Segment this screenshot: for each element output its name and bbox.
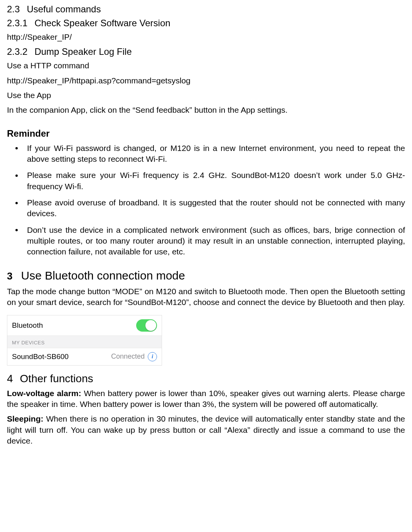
bluetooth-settings-screenshot: Bluetooth MY DEVICES SoundBot-SB600 Conn… (7, 315, 162, 366)
reminder-list: If your Wi-Fi password is changed, or M1… (7, 143, 405, 258)
body-text: In the companion App, click on the “Send… (7, 105, 405, 115)
heading-2-3: 2.3Useful commands (7, 4, 405, 15)
bluetooth-toggle[interactable] (136, 319, 157, 332)
sleeping-body: When there is no operation in 30 minutes… (7, 414, 405, 445)
info-icon[interactable]: i (148, 352, 157, 361)
sleeping-paragraph: Sleeping: When there is no operation in … (7, 413, 405, 446)
url-text: http://Speaker_IP/ (7, 32, 405, 42)
bluetooth-toggle-row: Bluetooth (7, 315, 162, 336)
bluetooth-label: Bluetooth (12, 321, 136, 330)
list-item: Please make sure your Wi-Fi frequency is… (15, 170, 405, 192)
list-item: Please avoid overuse of broadband. It is… (15, 197, 405, 219)
bluetooth-device-row[interactable]: SoundBot-SB600 Connected i (7, 348, 162, 365)
heading-text: Dump Speaker Log File (34, 46, 132, 57)
heading-text: Use Bluetooth connection mode (21, 269, 185, 282)
sleeping-label: Sleeping: (7, 414, 46, 423)
heading-number: 2.3 (7, 4, 20, 14)
heading-4: 4Other functions (7, 373, 405, 385)
heading-3: 3 Use Bluetooth connection mode (7, 269, 405, 282)
my-devices-section-label: MY DEVICES (7, 336, 162, 348)
reminder-heading: Reminder (7, 128, 405, 139)
body-text: Use the App (7, 90, 405, 101)
device-name: SoundBot-SB600 (12, 352, 111, 361)
heading-number: 3 (7, 270, 12, 282)
body-text: Use a HTTP command (7, 60, 405, 71)
device-status: Connected (111, 352, 145, 361)
list-item: If your Wi-Fi password is changed, or M1… (15, 143, 405, 165)
toggle-knob (145, 320, 156, 331)
heading-text: Useful commands (27, 4, 101, 14)
heading-text: Other functions (20, 373, 93, 385)
document-page: 2.3Useful commands 2.3.1Check Speaker So… (0, 0, 412, 454)
heading-text: Check Speaker Software Version (34, 18, 170, 28)
list-item: Don’t use the device in a complicated ne… (15, 225, 405, 258)
low-voltage-label: Low-voltage alarm: (7, 389, 84, 398)
heading-2-3-2: 2.3.2Dump Speaker Log File (7, 46, 405, 57)
body-text: Tap the mode change button “MODE” on M12… (7, 286, 405, 308)
url-text: http://Speaker_IP/httpapi.asp?command=ge… (7, 75, 405, 86)
low-voltage-paragraph: Low-voltage alarm: When battery power is… (7, 388, 405, 410)
heading-number: 2.3.1 (7, 18, 27, 28)
heading-2-3-1: 2.3.1Check Speaker Software Version (7, 18, 405, 29)
heading-number: 4 (7, 373, 13, 385)
heading-number: 2.3.2 (7, 46, 27, 57)
